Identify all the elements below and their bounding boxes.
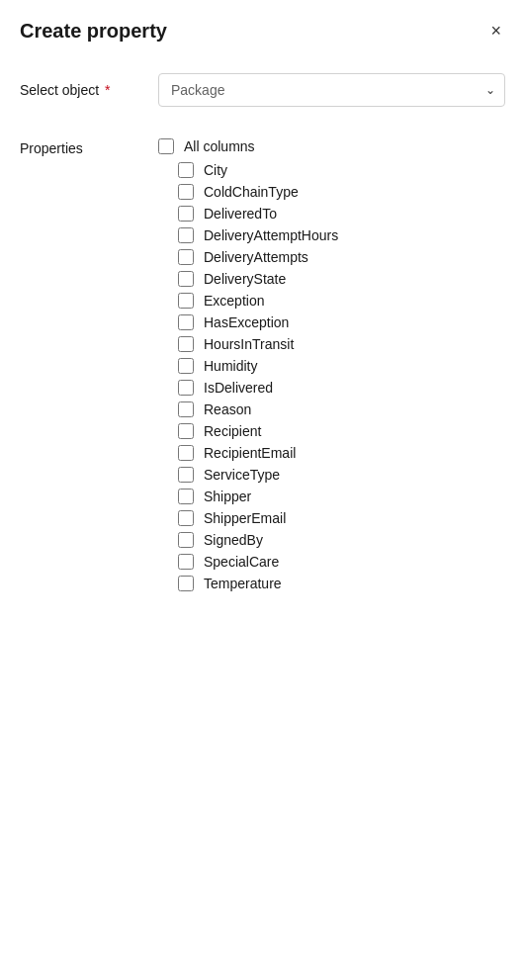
all-columns-label[interactable]: All columns <box>184 138 255 154</box>
properties-row: Properties All columns CityColdChainType… <box>20 138 505 597</box>
all-columns-row: All columns <box>158 138 505 154</box>
list-item: Temperature <box>178 576 505 591</box>
list-item: SignedBy <box>178 532 505 548</box>
form-section: Select object * Package ⌄ <box>0 57 525 138</box>
property-label-servicetype[interactable]: ServiceType <box>204 467 280 483</box>
property-label-signedby[interactable]: SignedBy <box>204 532 263 548</box>
list-item: HasException <box>178 314 505 330</box>
property-checkbox-deliveryattempts[interactable] <box>178 249 194 265</box>
property-checkbox-recipient[interactable] <box>178 423 194 439</box>
select-object-row: Select object * Package ⌄ <box>20 73 505 107</box>
property-label-reason[interactable]: Reason <box>204 401 251 417</box>
property-checkbox-coldchaintype[interactable] <box>178 184 194 200</box>
property-label-shipper[interactable]: Shipper <box>204 489 251 504</box>
panel-header: Create property × <box>0 0 525 57</box>
properties-label: Properties <box>20 138 158 156</box>
property-label-humidity[interactable]: Humidity <box>204 358 257 374</box>
property-label-recipientemail[interactable]: RecipientEmail <box>204 445 296 461</box>
property-checkbox-shipperemail[interactable] <box>178 510 194 526</box>
list-item: ColdChainType <box>178 184 505 200</box>
property-checkbox-servicetype[interactable] <box>178 467 194 483</box>
list-item: DeliveryAttempts <box>178 249 505 265</box>
property-checkbox-hasexception[interactable] <box>178 314 194 330</box>
list-item: Exception <box>178 293 505 309</box>
property-checkbox-signedby[interactable] <box>178 532 194 548</box>
property-label-deliveryattempthours[interactable]: DeliveryAttemptHours <box>204 227 338 243</box>
required-indicator: * <box>101 82 110 98</box>
list-item: HoursInTransit <box>178 336 505 352</box>
property-label-specialcare[interactable]: SpecialCare <box>204 554 279 570</box>
property-label-coldchaintype[interactable]: ColdChainType <box>204 184 299 200</box>
properties-list: All columns CityColdChainTypeDeliveredTo… <box>158 138 505 597</box>
property-label-isdelivered[interactable]: IsDelivered <box>204 380 273 396</box>
property-label-deliveryattempts[interactable]: DeliveryAttempts <box>204 249 308 265</box>
property-label-city[interactable]: City <box>204 162 227 178</box>
property-checkbox-reason[interactable] <box>178 401 194 417</box>
select-object-dropdown[interactable]: Package <box>158 73 505 107</box>
list-item: ServiceType <box>178 467 505 483</box>
all-columns-checkbox[interactable] <box>158 138 174 154</box>
property-checkbox-isdelivered[interactable] <box>178 380 194 396</box>
list-item: City <box>178 162 505 178</box>
property-checkbox-humidity[interactable] <box>178 358 194 374</box>
panel-title: Create property <box>20 20 167 43</box>
list-item: SpecialCare <box>178 554 505 570</box>
property-label-recipient[interactable]: Recipient <box>204 423 261 439</box>
property-label-hasexception[interactable]: HasException <box>204 314 289 330</box>
property-checkbox-hoursintransit[interactable] <box>178 336 194 352</box>
property-label-temperature[interactable]: Temperature <box>204 576 282 591</box>
property-label-shipperemail[interactable]: ShipperEmail <box>204 510 286 526</box>
close-button[interactable]: × <box>486 18 505 44</box>
property-checkbox-deliveryattempthours[interactable] <box>178 227 194 243</box>
list-item: IsDelivered <box>178 380 505 396</box>
list-item: Shipper <box>178 489 505 504</box>
property-label-exception[interactable]: Exception <box>204 293 264 309</box>
list-item: DeliveryState <box>178 271 505 287</box>
select-object-label: Select object * <box>20 82 158 98</box>
list-item: Recipient <box>178 423 505 439</box>
list-item: Humidity <box>178 358 505 374</box>
list-item: Reason <box>178 401 505 417</box>
list-item: DeliveryAttemptHours <box>178 227 505 243</box>
properties-section: Properties All columns CityColdChainType… <box>0 138 525 597</box>
property-checkbox-deliverystate[interactable] <box>178 271 194 287</box>
property-label-deliverystate[interactable]: DeliveryState <box>204 271 286 287</box>
property-label-hoursintransit[interactable]: HoursInTransit <box>204 336 294 352</box>
property-checkbox-city[interactable] <box>178 162 194 178</box>
property-checkbox-recipientemail[interactable] <box>178 445 194 461</box>
property-checkbox-shipper[interactable] <box>178 489 194 504</box>
list-item: RecipientEmail <box>178 445 505 461</box>
property-checkbox-specialcare[interactable] <box>178 554 194 570</box>
property-checkbox-exception[interactable] <box>178 293 194 309</box>
select-object-wrapper: Package ⌄ <box>158 73 505 107</box>
properties-items-container: CityColdChainTypeDeliveredToDeliveryAtte… <box>158 162 505 591</box>
property-checkbox-temperature[interactable] <box>178 576 194 591</box>
property-label-deliveredto[interactable]: DeliveredTo <box>204 206 277 222</box>
list-item: ShipperEmail <box>178 510 505 526</box>
list-item: DeliveredTo <box>178 206 505 222</box>
property-checkbox-deliveredto[interactable] <box>178 206 194 222</box>
create-property-panel: Create property × Select object * Packag… <box>0 0 525 980</box>
